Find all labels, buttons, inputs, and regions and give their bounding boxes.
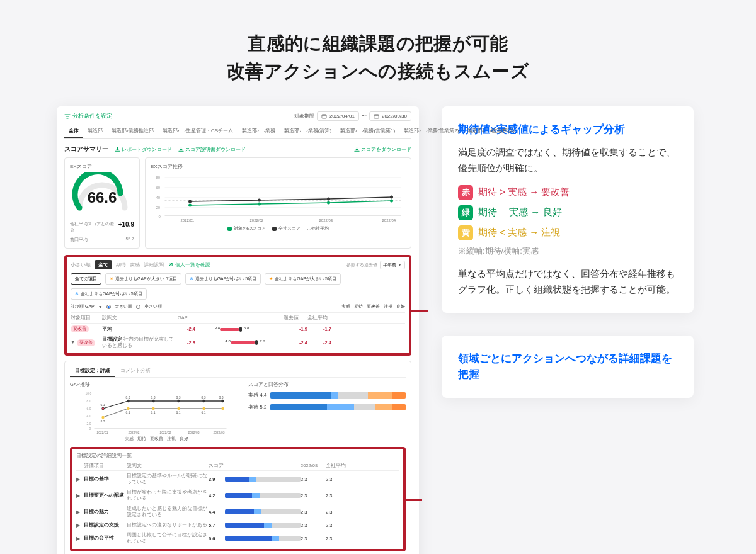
svg-text:6.1: 6.1: [101, 403, 105, 407]
page-title-line2: 改善アクションへの接続もスムーズ: [0, 58, 756, 86]
ex-score-card: EXスコア 66.6 他社平均スコアとの差分 +10.9 前回平均: [64, 157, 140, 249]
download-icon: [115, 147, 120, 152]
svg-text:2022/01: 2022/01: [97, 431, 108, 434]
gap-trend-chart: 10.0 8.0 6.0 4.0 2.0 0 6.1: [70, 390, 243, 435]
tab[interactable]: 製造部›…›業務(営業第1): [336, 125, 399, 138]
svg-point-17: [188, 200, 192, 203]
svg-point-36: [202, 400, 205, 402]
legend-green-badge: 緑: [458, 205, 473, 220]
close-button[interactable]: × 閉じる: [70, 551, 406, 554]
gap-row-goal[interactable]: ▼ 要改善 目標設定 社内の目標が充実していると感じる -2.8 4.87.6 …: [71, 334, 405, 351]
svg-point-35: [177, 400, 180, 402]
svg-point-41: [177, 407, 180, 410]
q-row[interactable]: ▶目標の公平性周囲と比較して公平に目標が設定されている6.62.32.3: [76, 530, 399, 546]
date-from-input[interactable]: 2022/04/01: [317, 111, 359, 121]
chip-all-items[interactable]: 全ての項目: [71, 273, 101, 285]
chevron-down-icon: ▼: [71, 339, 75, 345]
tab[interactable]: 製造部›…›業務(営業第2): [399, 125, 463, 138]
detail-question-panel: 目標設定の詳細設問一覧 評価項目設問文スコア2022/08全社平均 ▶目標の基準…: [70, 447, 406, 551]
download-icon: [178, 147, 184, 152]
chip-past-large[interactable]: ☀過去よりもGAPが大きい 5項目: [105, 273, 181, 285]
filter-detail[interactable]: 詳細設問: [144, 261, 164, 268]
svg-text:0: 0: [89, 427, 91, 431]
chip-all-large[interactable]: ☀全社よりもGAPが大きい 5項目: [265, 273, 341, 285]
info2-title: 領域ごとにアクションへつながる詳細課題を把握: [458, 351, 677, 383]
tab-all[interactable]: 全体: [64, 125, 83, 138]
svg-text:6.1: 6.1: [176, 410, 181, 414]
svg-text:8.0: 8.0: [87, 399, 91, 403]
q-row[interactable]: ▶目標設定の支援目標設定への適切なサポートがある5.72.32.3: [76, 520, 399, 530]
svg-text:2022/02: 2022/02: [160, 431, 171, 434]
download-report-link[interactable]: レポートダウンロード: [115, 146, 172, 153]
radio-small[interactable]: [136, 305, 140, 309]
gap-table: 対象項目設問文GAP過去値全社平均 要改善 平均 -2.4 3.45.8 -1.…: [71, 312, 405, 351]
svg-rect-1: [374, 115, 379, 118]
svg-text:20: 20: [156, 206, 161, 210]
sun-icon: ☀: [110, 276, 113, 281]
dist-real: 実感 4.4: [248, 392, 406, 399]
q-row[interactable]: ▶目標の基準目標設定の基準やルールが明確になっている3.92.32.3: [76, 471, 399, 487]
page-title-line1: 直感的に組織課題の把握が可能: [0, 30, 756, 58]
q-row[interactable]: ▶目標の魅力達成したいと感じる魅力的な目標が設定されている4.42.32.3: [76, 504, 399, 520]
filter-all[interactable]: 全て: [94, 260, 112, 269]
info1-text1: 満足度の調査ではなく、期待値を収集することで、優先順位が明確に。: [458, 144, 677, 176]
tab[interactable]: 製造部›…›生産管理・CSチーム: [158, 125, 238, 138]
svg-text:2022/04: 2022/04: [382, 218, 396, 222]
legend-red-badge: 赤: [458, 185, 473, 200]
filter-settings-link[interactable]: 分析条件を設定: [64, 112, 112, 120]
dashboard-app: 分析条件を設定 対象期間 2022/04/01 〜 2022/09/30: [57, 106, 419, 554]
calendar-icon: [321, 113, 327, 119]
external-icon: [168, 262, 173, 268]
tab[interactable]: 製造部›…›業務: [238, 125, 280, 138]
svg-text:8.3: 8.3: [126, 395, 130, 399]
info-card-action: 領域ごとにアクションへつながる詳細課題を把握: [442, 336, 694, 398]
chip-past-small[interactable]: ❄過去よりもGAPが小さい 5項目: [185, 273, 261, 285]
tab[interactable]: 製造部›業務推進部: [107, 125, 158, 138]
detail-tab-detail[interactable]: 目標設定：詳細: [70, 365, 115, 377]
detail-tab-comment[interactable]: コメント分析: [115, 365, 156, 377]
chevron-right-icon: ▶: [76, 509, 84, 515]
download-desc-link[interactable]: スコア説明書ダウンロード: [178, 146, 246, 153]
download-score-link[interactable]: スコアをダウンロード: [354, 146, 411, 153]
svg-point-43: [221, 407, 224, 410]
svg-text:8.3: 8.3: [151, 395, 156, 399]
filter-exp[interactable]: 期待: [116, 261, 126, 268]
snow-icon: ❄: [190, 276, 193, 281]
info1-note: ※縦軸:期待/横軸:実感: [458, 246, 677, 257]
svg-text:3.7: 3.7: [101, 419, 105, 423]
svg-text:8.3: 8.3: [202, 395, 206, 399]
individual-list-link[interactable]: 個人一覧を確認: [168, 261, 210, 268]
svg-point-44: [102, 407, 104, 409]
info1-text2: 単なる平均点だけではなく、回答分布や経年推移もグラフ化。正しく組織状態を把握する…: [458, 266, 677, 298]
svg-text:8.3: 8.3: [176, 395, 181, 399]
svg-text:4.0: 4.0: [87, 414, 91, 418]
diff-value: +10.9: [118, 221, 134, 234]
tab[interactable]: 製造部: [83, 125, 107, 138]
chevron-right-icon: ▶: [76, 493, 84, 499]
svg-text:2022/02: 2022/02: [129, 431, 140, 434]
filter-real[interactable]: 実感: [130, 261, 140, 268]
svg-point-14: [258, 203, 261, 206]
tilde-icon: 〜: [362, 113, 367, 120]
svg-text:2022/02: 2022/02: [250, 218, 264, 222]
org-tabs: 全体 製造部 製造部›業務推進部 製造部›…›生産管理・CSチーム 製造部›…›…: [64, 125, 411, 138]
chip-all-small[interactable]: ❄全社よりもGAPが小さい 5項目: [71, 288, 147, 300]
svg-text:6.0: 6.0: [87, 407, 91, 410]
detail-card: 目標設定：詳細 コメント分析 GAP推移 10.0 8.0 6.0 4.0 2.…: [64, 361, 411, 554]
svg-point-20: [390, 196, 393, 199]
svg-point-42: [202, 407, 205, 410]
radio-large[interactable]: [106, 305, 111, 309]
past-select[interactable]: 半年前 ▼: [380, 261, 405, 269]
svg-text:2022/03: 2022/03: [214, 431, 225, 434]
svg-point-16: [390, 200, 393, 203]
svg-text:40: 40: [156, 196, 161, 200]
svg-point-33: [127, 400, 129, 402]
svg-text:6.1: 6.1: [126, 410, 130, 414]
sun-icon: ☀: [269, 276, 273, 281]
tab[interactable]: 製造部›…›業務(清算): [280, 125, 336, 138]
q-row[interactable]: ▶目標変更への配慮目標が変わった際に支援や考慮がされている4.22.32.3: [76, 487, 399, 504]
tab[interactable]: 製造部›…›物流(横浜): [463, 125, 519, 138]
date-to-input[interactable]: 2022/09/30: [369, 111, 411, 121]
svg-point-18: [258, 199, 261, 202]
gauge-chart: 66.6: [71, 172, 134, 215]
